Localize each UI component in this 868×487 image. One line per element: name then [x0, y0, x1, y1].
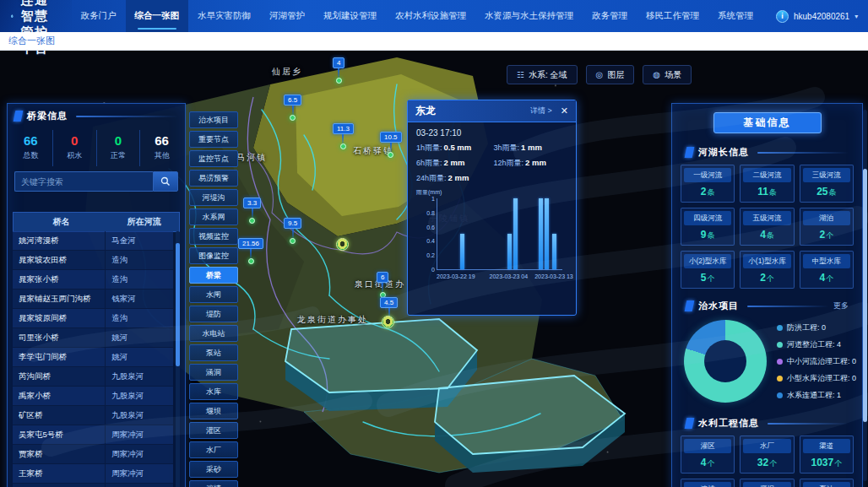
- stat-cell-value: 9条: [684, 225, 731, 242]
- stat-cell[interactable]: 水厂32个: [740, 436, 794, 473]
- nav-item-6[interactable]: 水资源与水土保持管理: [475, 0, 583, 32]
- map-pin-value: 21.56: [238, 238, 263, 249]
- map-pin[interactable]: 6: [377, 272, 388, 298]
- nav-item-2[interactable]: 水旱灾害防御: [188, 0, 260, 32]
- layer-menu-item-2[interactable]: 监控节点: [189, 150, 238, 167]
- layer-menu-item-10[interactable]: 堤防: [189, 306, 238, 322]
- layer-menu-item-15[interactable]: 堰坝: [189, 403, 238, 419]
- map-pin[interactable]: 11.3: [333, 123, 354, 149]
- basic-info-panel: 基础信息 河湖长信息 一级河流2条二级河流11条三级河流25条四级河流9条五级河…: [671, 103, 863, 487]
- basic-info-button[interactable]: 基础信息: [713, 112, 822, 133]
- stat-cell[interactable]: 渠道1037个: [800, 436, 854, 473]
- project-section-header: 治水项目 更多: [679, 294, 855, 317]
- popup-body: 03-23 17:10 1h雨量:0.5 mm3h雨量:1 mm6h雨量:2 m…: [408, 122, 576, 289]
- project-more-link[interactable]: 更多: [833, 300, 849, 311]
- layer-menu-item-8[interactable]: 桥梁: [189, 267, 238, 284]
- table-row[interactable]: 王家桥周家冲河: [13, 464, 173, 484]
- map-pin[interactable]: 4: [333, 57, 344, 84]
- map-pin[interactable]: 9.5: [284, 218, 301, 244]
- layer-menu-item-16[interactable]: 灌区: [189, 422, 238, 439]
- stat-cell-label: 小(2)型水库: [684, 254, 731, 268]
- stat-cell[interactable]: 泵站27个: [800, 479, 854, 487]
- legend-item: 防洪工程: 0: [777, 322, 856, 333]
- stat-cell-value: 32个: [743, 453, 790, 470]
- table-row[interactable]: 邓恒桥周家冲河: [13, 484, 173, 487]
- layer-menu-item-19[interactable]: 渡槽: [189, 480, 238, 487]
- stat-cell[interactable]: 渡槽11个: [681, 479, 735, 487]
- river-name-cell: 造沟: [106, 270, 173, 289]
- nav-item-1[interactable]: 综合一张图: [126, 0, 189, 32]
- map-control-0[interactable]: ☷水系: 全域: [507, 65, 578, 84]
- stat-cell[interactable]: 小(1)型水库2个: [740, 251, 794, 289]
- layer-menu-item-9[interactable]: 水闸: [189, 286, 238, 303]
- nav-item-0[interactable]: 政务门户: [72, 0, 126, 32]
- layer-menu-item-17[interactable]: 水厂: [189, 441, 238, 458]
- layer-menu-item-1[interactable]: 重要节点: [189, 131, 238, 148]
- stat-cell[interactable]: 湖泊2个: [800, 208, 854, 246]
- table-row[interactable]: 司里张小桥姚河: [13, 328, 173, 348]
- table-row[interactable]: 芮沟间桥九股泉河: [13, 367, 173, 387]
- page-scrollbar[interactable]: [863, 110, 867, 481]
- breadcrumb[interactable]: 综合一张图: [8, 35, 55, 47]
- search-button[interactable]: [153, 171, 178, 192]
- layer-menu-item-7[interactable]: 图像监控: [189, 247, 238, 264]
- layer-menu-item-12[interactable]: 泵站: [189, 344, 238, 361]
- table-scrollbar[interactable]: [176, 231, 180, 487]
- map-pin[interactable]: 21.56: [238, 238, 263, 264]
- river-name-cell: 姚河: [106, 328, 173, 347]
- map-control-1[interactable]: ◎图层: [586, 65, 635, 84]
- layer-menu-item-4[interactable]: 河堤沟: [189, 189, 238, 206]
- stat-cell[interactable]: 四级河流9条: [681, 208, 735, 246]
- table-row[interactable]: 矿区桥九股泉河: [13, 406, 173, 425]
- stat-cell[interactable]: 一级河流2条: [681, 165, 735, 203]
- map-pin[interactable]: 3.3: [243, 198, 261, 224]
- stat-cell[interactable]: 灌区4个: [681, 436, 735, 473]
- station-marker-icon[interactable]: [382, 316, 394, 328]
- nav-item-8[interactable]: 移民工作管理: [637, 0, 708, 32]
- search-input[interactable]: [14, 171, 153, 192]
- layer-menu-item-14[interactable]: 水库: [189, 383, 238, 400]
- layer-menu-item-6[interactable]: 视频监控: [189, 228, 238, 245]
- search-icon: [160, 176, 171, 187]
- nav-item-7[interactable]: 政务管理: [583, 0, 637, 32]
- table-row[interactable]: 晁家铺赵玉两门沟桥钱家河: [13, 289, 173, 309]
- layer-menu-item-13[interactable]: 涵洞: [189, 364, 238, 381]
- map-pin[interactable]: 10.5: [380, 132, 402, 158]
- table-row[interactable]: 李学屯门间桥姚河: [13, 348, 173, 367]
- station-marker-icon[interactable]: [336, 238, 349, 251]
- legend-dot: [777, 359, 783, 365]
- nav-item-9[interactable]: 系统管理: [708, 0, 762, 32]
- table-row[interactable]: 晁家坡原间桥造沟: [13, 309, 173, 328]
- project-donut-chart: [684, 320, 767, 403]
- bridge-name-cell: 禹家小桥: [13, 387, 106, 405]
- map-control-2[interactable]: ◍场景: [643, 65, 692, 84]
- nav-item-3[interactable]: 河湖管护: [260, 0, 314, 32]
- stat-cell[interactable]: 堰坝37个: [740, 479, 794, 487]
- close-icon[interactable]: ✕: [561, 106, 568, 116]
- stat-cell[interactable]: 二级河流11条: [740, 165, 794, 203]
- chart-bar: [545, 198, 549, 269]
- popup-details-link[interactable]: 详情 >: [530, 106, 552, 116]
- layer-menu-item-18[interactable]: 采砂: [189, 461, 238, 478]
- stat-cell[interactable]: 中型水库4个: [800, 251, 854, 289]
- stat-cell[interactable]: 三级河流25条: [800, 165, 854, 203]
- user-menu[interactable]: i hkub42080261 ▾: [762, 0, 868, 32]
- layer-menu-item-3[interactable]: 易涝预警: [189, 170, 238, 187]
- stat-cell[interactable]: 五级河流4条: [740, 208, 794, 246]
- project-section-title: 治水项目: [698, 300, 739, 312]
- table-row[interactable]: 贾家桥周家冲河: [13, 445, 173, 464]
- map-pin-value: 4.5: [380, 297, 398, 308]
- map-pin[interactable]: 6.5: [284, 95, 301, 121]
- table-row[interactable]: 姚河湾漫桥马金河: [13, 231, 173, 251]
- nav-item-4[interactable]: 规划建设管理: [314, 0, 386, 32]
- layer-menu-item-11[interactable]: 水电站: [189, 325, 238, 342]
- table-row[interactable]: 禹家小桥九股泉河: [13, 387, 173, 406]
- scene-icon: ◍: [653, 70, 660, 79]
- stat-cell[interactable]: 小(2)型水库5个: [681, 251, 735, 289]
- table-row[interactable]: 晁家坡农田桥造沟: [13, 251, 173, 270]
- table-row[interactable]: 吴家屯5号桥周家冲河: [13, 425, 173, 445]
- table-row[interactable]: 晁家张小桥造沟: [13, 270, 173, 289]
- nav-item-5[interactable]: 农村水利设施管理: [386, 0, 475, 32]
- layer-menu-item-5[interactable]: 水系网: [189, 208, 238, 225]
- layer-menu-item-0[interactable]: 治水项目: [189, 111, 238, 128]
